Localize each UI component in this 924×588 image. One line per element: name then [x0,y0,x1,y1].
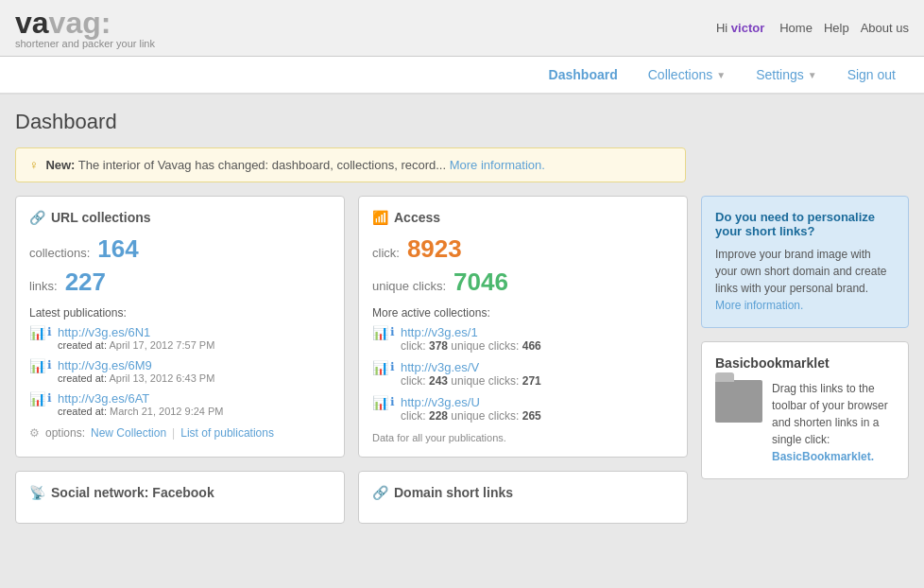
info-icon-2: ℹ [47,358,52,373]
active-icons-3: 📊 ℹ [372,395,395,410]
url-collections-title: 🔗 URL collections [29,210,331,225]
active-link-2[interactable]: http://v3g.es/V [401,360,541,374]
active-item-2: 📊 ℹ http://v3g.es/V click: 243 unique cl… [372,360,674,388]
bar-chart-icon-2: 📊 [29,358,45,373]
active-title: More active collections: [372,306,674,320]
main-content: Dashboard ♀ New: The interior of Vavag h… [0,95,924,567]
link-icon: 🔗 [29,210,45,225]
nav-settings[interactable]: Settings ▼ [743,60,830,90]
username-link[interactable]: victor [731,21,764,35]
pub-link-3[interactable]: http://v3g.es/6AT [58,391,224,406]
pub-meta-label-1: created at: [58,339,107,351]
home-link[interactable]: Home [779,21,813,35]
pub-link-1[interactable]: http://v3g.es/6N1 [58,325,214,339]
nav-bar: Dashboard Collections ▼ Settings ▼ Sign … [0,57,924,95]
bookmarklet-link[interactable]: BasicBookmarklet. [772,450,874,463]
info-icon-1: ℹ [47,325,52,340]
links-label: links: [29,279,58,293]
active-link-1[interactable]: http://v3g.es/1 [401,325,541,339]
alert-icon: ♀ [29,158,39,172]
access-title: 📶 Access [372,210,674,225]
links-value: 227 [65,268,106,297]
nav-collections-label: Collections [648,67,712,82]
help-link[interactable]: Help [824,21,849,35]
greeting: Hi victor [716,21,764,35]
latest-title: Latest publications: [29,306,331,320]
active-unique-1: 466 [522,339,541,353]
promo-link[interactable]: More information. [715,299,803,312]
data-note: Data for all your publications. [372,432,674,443]
top-right: Hi victor Home Help About us [716,21,909,35]
active-unique-3: 265 [522,409,541,423]
active-click-1: 378 [429,339,448,353]
alert-box: ♀ New: The interior of Vavag has changed… [15,147,686,182]
folder-icon [715,380,762,423]
collections-label: collections: [29,246,90,260]
active-meta-2: click: 243 unique clicks: 271 [401,374,541,388]
active-bar-icon-3: 📊 [372,395,388,410]
access-card: 📶 Access click: 8923 unique clicks: 7046… [358,196,688,458]
active-detail-2: http://v3g.es/V click: 243 unique clicks… [401,360,541,388]
pub-item-1: 📊 ℹ http://v3g.es/6N1 created at: April … [29,325,331,351]
active-click-2: 243 [429,374,448,388]
bar-chart-icon-3: 📊 [29,391,45,406]
top-bar: vavag: shortener and packer your link Hi… [0,0,924,57]
domain-card: 🔗 Domain short links [358,471,688,524]
pub-icons-3: 📊 ℹ [29,391,52,406]
pub-meta-label-3: created at: [58,406,107,417]
pub-icons-1: 📊 ℹ [29,325,52,340]
top-links: Home Help About us [779,21,909,35]
active-icons-1: 📊 ℹ [372,325,395,340]
about-link[interactable]: About us [861,21,909,35]
pub-link-2[interactable]: http://v3g.es/6M9 [58,358,214,372]
active-item-3: 📊 ℹ http://v3g.es/U click: 228 unique cl… [372,395,674,423]
link2-icon: 🔗 [372,485,388,500]
pub-meta-value-1: April 17, 2012 7:57 PM [109,339,214,351]
bookmarklet-section: Basicbookmarklet Drag this links to the … [701,341,909,479]
active-link-3[interactable]: http://v3g.es/U [401,395,541,409]
pub-detail-1: http://v3g.es/6N1 created at: April 17, … [58,325,214,351]
active-info-icon-1: ℹ [390,325,395,340]
main-column: 🔗 URL collections collections: 164 links… [15,196,688,524]
nav-collections[interactable]: Collections ▼ [635,60,739,90]
chart-icon: 📶 [372,210,388,225]
pub-meta-2: created at: April 13, 2012 6:43 PM [58,372,214,384]
social-label: Social network: Facebook [51,485,214,500]
side-column: Do you need to personalize your short li… [701,196,909,524]
access-label: Access [394,210,440,225]
alert-link[interactable]: More information. [450,158,545,172]
list-publications-link[interactable]: List of publications [180,426,274,440]
pub-detail-2: http://v3g.es/6M9 created at: April 13, … [58,358,214,384]
pub-meta-1: created at: April 17, 2012 7:57 PM [58,339,214,351]
pub-item-2: 📊 ℹ http://v3g.es/6M9 created at: April … [29,358,331,384]
active-meta-3: click: 228 unique clicks: 265 [401,409,541,423]
url-collections-card: 🔗 URL collections collections: 164 links… [15,196,345,458]
rss-icon: 📡 [29,485,45,500]
logo-va: va [15,6,49,40]
social-card: 📡 Social network: Facebook [15,471,345,524]
options-label: options: [45,426,85,440]
pub-meta-value-2: April 13, 2012 6:43 PM [109,372,214,384]
divider: | [172,426,175,440]
unique-label: unique clicks: [372,279,446,293]
collections-value: 164 [97,234,138,264]
active-icons-2: 📊 ℹ [372,360,395,375]
pub-icons-2: 📊 ℹ [29,358,52,373]
active-detail-3: http://v3g.es/U click: 228 unique clicks… [401,395,541,423]
links-stat: links: 227 [29,268,331,297]
nav-dashboard[interactable]: Dashboard [536,60,631,90]
unique-value: 7046 [453,268,508,297]
active-bar-icon-1: 📊 [372,325,388,340]
active-bar-icon-2: 📊 [372,360,388,375]
gear-icon: ⚙ [29,426,40,440]
promo-body: Improve your brand image with your own s… [715,248,886,295]
logo-text: vavag: [15,8,155,38]
bookmarklet-title: Basicbookmarklet [715,355,895,371]
nav-settings-dropdown-icon: ▼ [808,70,817,80]
logo: vavag: shortener and packer your link [15,8,155,49]
info-icon-3: ℹ [47,391,52,406]
new-collection-link[interactable]: New Collection [91,426,166,440]
unique-stat: unique clicks: 7046 [372,268,674,297]
active-click-3: 228 [429,409,448,423]
nav-signout[interactable]: Sign out [834,60,909,90]
